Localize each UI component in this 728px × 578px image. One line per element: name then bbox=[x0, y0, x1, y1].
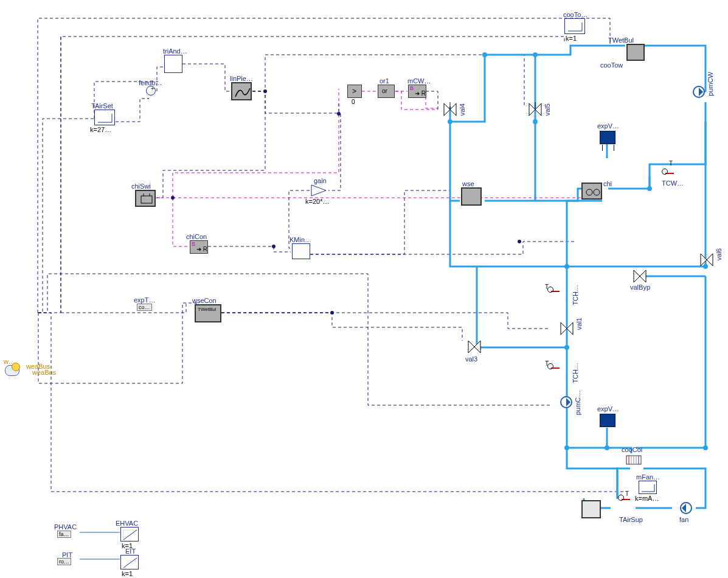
gain-block[interactable] bbox=[310, 184, 328, 197]
mcw-block[interactable]: B ➜ R bbox=[408, 85, 426, 98]
expv-top-block[interactable] bbox=[600, 131, 615, 144]
svg-marker-23 bbox=[535, 103, 541, 116]
triand-block[interactable] bbox=[164, 55, 182, 73]
ehvac-block[interactable] bbox=[120, 527, 139, 541]
svg-point-1 bbox=[263, 89, 267, 93]
chi-block[interactable] bbox=[581, 183, 602, 200]
svg-point-15 bbox=[605, 445, 609, 450]
val5-label: val5 bbox=[544, 103, 551, 116]
eit-block[interactable] bbox=[120, 555, 139, 569]
val1-label: val1 bbox=[575, 318, 583, 330]
valbyp-block[interactable] bbox=[633, 269, 647, 284]
chicon-label: chiCon bbox=[186, 233, 207, 240]
tcw-label: TCW… bbox=[662, 179, 684, 187]
val3-block[interactable] bbox=[467, 339, 482, 354]
pumcw-label: pumCW bbox=[707, 72, 714, 96]
cootow-block[interactable] bbox=[626, 44, 645, 61]
wse-block[interactable] bbox=[461, 187, 482, 206]
expt-label: expT… bbox=[134, 296, 155, 304]
svg-rect-27 bbox=[141, 196, 152, 203]
cootow-label: cooTow bbox=[600, 61, 623, 69]
tcw-sensor bbox=[665, 173, 674, 174]
coocoi-label: cooCoi bbox=[622, 446, 642, 453]
linpie-block[interactable] bbox=[231, 82, 252, 100]
tch-sensor-1 bbox=[551, 291, 560, 292]
svg-point-13 bbox=[564, 445, 569, 450]
linpie-label: linPie… bbox=[230, 75, 253, 82]
gain-label: gain bbox=[314, 177, 327, 184]
svg-marker-32 bbox=[707, 254, 713, 266]
expv-top-label: expV… bbox=[597, 122, 619, 130]
room-block[interactable] bbox=[581, 500, 601, 518]
svg-point-3 bbox=[272, 245, 276, 248]
val4-block[interactable] bbox=[443, 102, 457, 117]
val6-block[interactable] bbox=[699, 252, 714, 267]
svg-line-50 bbox=[123, 558, 137, 568]
svg-point-7 bbox=[533, 52, 538, 57]
svg-marker-19 bbox=[444, 103, 450, 116]
tairsup-label: TAirSup bbox=[619, 516, 643, 523]
svg-point-0 bbox=[337, 112, 341, 116]
eit-k-label: k=1 bbox=[122, 570, 133, 577]
tairsup-sensor bbox=[622, 499, 630, 500]
cooto-k-label: k=1 bbox=[566, 35, 577, 42]
svg-point-10 bbox=[564, 264, 569, 269]
diagram-canvas: w… weaBus weaBus + - feedb… triAnd… TAir… bbox=[0, 0, 728, 578]
mfan-block[interactable] bbox=[639, 481, 657, 494]
val4-label: val4 bbox=[459, 103, 466, 116]
coocoi-block[interactable] bbox=[625, 453, 642, 467]
gain-k-label: k=20*… bbox=[305, 198, 329, 205]
pumcw-block[interactable] bbox=[692, 85, 705, 99]
svg-marker-30 bbox=[311, 185, 326, 196]
chiswi-label: chiSwi bbox=[131, 183, 151, 190]
expv-bot-block[interactable] bbox=[600, 414, 615, 427]
svg-point-12 bbox=[564, 345, 569, 350]
fan-label: fan bbox=[679, 516, 688, 523]
fan-block[interactable] bbox=[679, 501, 693, 515]
kmin-block[interactable] bbox=[292, 243, 310, 259]
wsecon-label: wseCon bbox=[192, 297, 217, 304]
svg-marker-36 bbox=[567, 322, 573, 335]
or1-block[interactable]: or bbox=[378, 85, 395, 98]
svg-point-14 bbox=[703, 445, 708, 450]
svg-point-16 bbox=[647, 186, 652, 191]
mcw-label: mCW… bbox=[407, 77, 431, 85]
val1-block[interactable] bbox=[560, 321, 574, 336]
svg-marker-20 bbox=[450, 103, 456, 116]
chiswi-block[interactable] bbox=[135, 190, 156, 207]
wires-layer bbox=[0, 0, 728, 578]
greater-zero-block[interactable]: > bbox=[347, 85, 362, 98]
eit-label: EIT bbox=[125, 548, 136, 555]
svg-point-8 bbox=[448, 119, 452, 124]
svg-point-9 bbox=[533, 119, 538, 124]
ehvac-label: EHVAC bbox=[116, 520, 138, 527]
pit-chip: ro… bbox=[57, 558, 71, 565]
val5-block[interactable] bbox=[528, 102, 543, 117]
or1-label: or1 bbox=[380, 77, 389, 85]
phvac-label: PHVAC bbox=[54, 523, 77, 531]
svg-point-26 bbox=[594, 189, 600, 195]
twetbul-top-label: TWetBul bbox=[608, 37, 634, 44]
cooto-block[interactable] bbox=[564, 18, 585, 34]
pumc-block[interactable] bbox=[560, 395, 573, 409]
chicon-block[interactable]: B ➜ R bbox=[190, 240, 208, 254]
svg-marker-31 bbox=[701, 254, 707, 266]
kmin-label: KMin… bbox=[289, 236, 311, 243]
svg-point-6 bbox=[482, 52, 487, 57]
expt-chip: co… bbox=[137, 304, 152, 311]
svg-point-2 bbox=[171, 196, 175, 200]
phvac-chip: fa… bbox=[57, 531, 71, 538]
svg-point-5 bbox=[518, 240, 521, 243]
weather-label: w… bbox=[4, 358, 15, 365]
wsecon-block[interactable]: TWetBul bbox=[195, 304, 221, 322]
weather-icon bbox=[5, 365, 19, 376]
svg-marker-33 bbox=[634, 270, 640, 282]
valbyp-label: valByp bbox=[630, 284, 650, 291]
tairset-block[interactable] bbox=[94, 110, 115, 125]
greater-zero-label: 0 bbox=[352, 99, 355, 105]
tairset-label: TAirSet bbox=[91, 102, 113, 110]
svg-line-49 bbox=[123, 530, 137, 540]
tch-sensor-2 bbox=[551, 367, 560, 369]
tairset-k-label: k=27… bbox=[90, 126, 111, 133]
val6-label: val6 bbox=[715, 248, 723, 260]
